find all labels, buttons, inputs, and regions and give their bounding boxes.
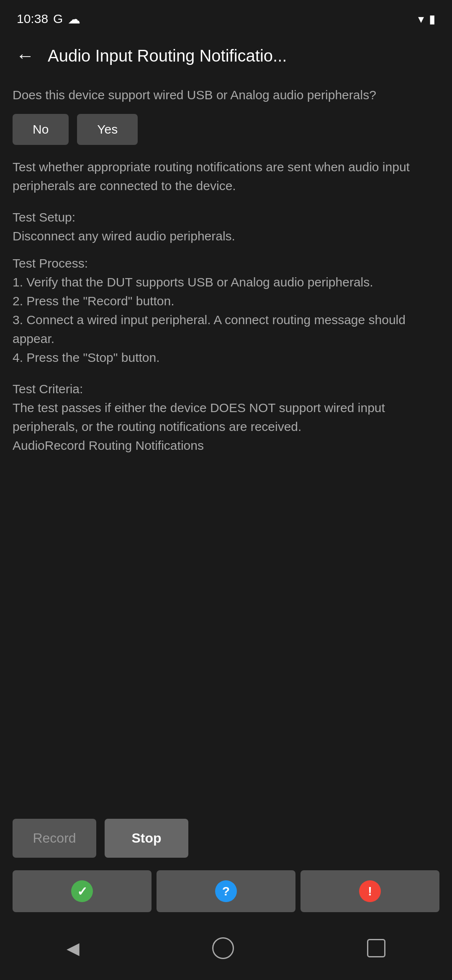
choice-button-row: No Yes bbox=[13, 114, 439, 145]
google-icon: G bbox=[53, 12, 63, 26]
test-process-label: Test Process: bbox=[13, 256, 88, 270]
action-buttons-container: Record Stop bbox=[0, 806, 452, 866]
yes-button[interactable]: Yes bbox=[77, 114, 138, 145]
question-text: Does this device support wired USB or An… bbox=[13, 86, 439, 104]
status-right: ▾ ▮ bbox=[418, 12, 435, 26]
test-criteria-tag: AudioRecord Routing Notifications bbox=[13, 438, 204, 452]
info-button[interactable]: ? bbox=[157, 870, 295, 912]
question-icon: ? bbox=[215, 880, 237, 902]
status-left: 10:38 G ☁ bbox=[17, 12, 80, 26]
pass-button[interactable]: ✓ bbox=[13, 870, 152, 912]
main-content: Does this device support wired USB or An… bbox=[0, 78, 452, 806]
pass-icon: ✓ bbox=[71, 880, 93, 902]
cloud-icon: ☁ bbox=[68, 12, 80, 26]
nav-bar: ◀ bbox=[0, 921, 452, 980]
back-button[interactable]: ← bbox=[13, 42, 38, 70]
stop-button[interactable]: Stop bbox=[105, 819, 188, 858]
fail-icon: ! bbox=[359, 880, 381, 902]
test-setup-section: Test Setup: Disconnect any wired audio p… bbox=[13, 208, 439, 245]
test-criteria-body: The test passes if either the device DOE… bbox=[13, 401, 385, 433]
result-buttons-container: ✓ ? ! bbox=[0, 866, 452, 921]
test-process-section: Test Process: 1. Verify that the DUT sup… bbox=[13, 254, 439, 367]
time-display: 10:38 bbox=[17, 12, 48, 26]
no-button[interactable]: No bbox=[13, 114, 69, 145]
nav-back-icon: ◀ bbox=[67, 939, 80, 957]
nav-back-button[interactable]: ◀ bbox=[50, 934, 96, 962]
record-button[interactable]: Record bbox=[13, 819, 96, 858]
status-bar: 10:38 G ☁ ▾ ▮ bbox=[0, 0, 452, 34]
nav-home-icon bbox=[212, 937, 234, 959]
test-setup-body: Disconnect any wired audio peripherals. bbox=[13, 229, 235, 243]
test-criteria-label: Test Criteria: bbox=[13, 382, 83, 396]
test-criteria-section: Test Criteria: The test passes if either… bbox=[13, 379, 439, 455]
page-title: Audio Input Routing Notificatio... bbox=[48, 46, 287, 65]
fail-button[interactable]: ! bbox=[300, 870, 439, 912]
nav-recents-button[interactable] bbox=[350, 935, 402, 962]
nav-recents-icon bbox=[367, 939, 385, 957]
wifi-icon: ▾ bbox=[418, 12, 424, 26]
test-setup-label: Test Setup: bbox=[13, 210, 75, 224]
header: ← Audio Input Routing Notificatio... bbox=[0, 34, 452, 78]
nav-home-button[interactable] bbox=[195, 933, 251, 963]
description-text: Test whether appropriate routing notific… bbox=[13, 157, 439, 195]
battery-icon: ▮ bbox=[429, 12, 435, 26]
test-process-body: 1. Verify that the DUT supports USB or A… bbox=[13, 275, 406, 364]
